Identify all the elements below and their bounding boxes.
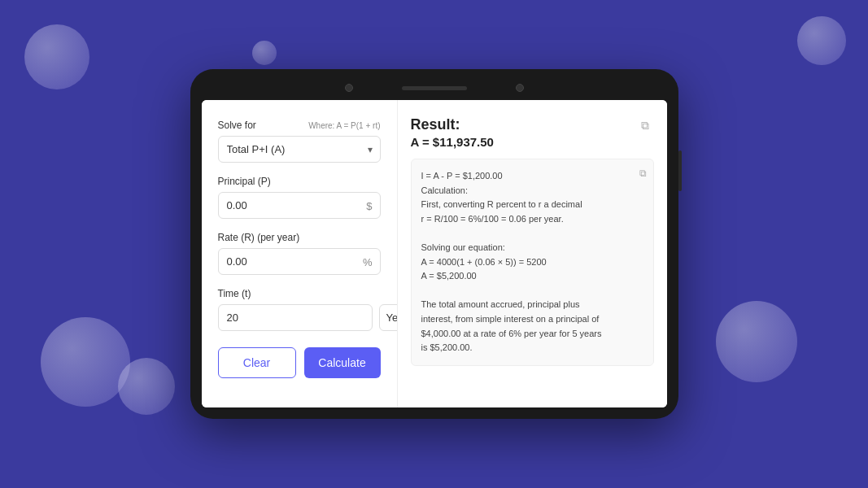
detail-line-13: is $5,200.00.: [421, 341, 643, 355]
tablet-top-bar: [202, 81, 667, 100]
bubble-1: [24, 24, 89, 89]
rate-label: Rate (R) (per year): [218, 232, 381, 243]
result-title: Result:: [411, 116, 494, 133]
result-title-group: Result: A = $11,937.50: [411, 116, 494, 149]
bubble-6: [716, 301, 797, 382]
calculator-panel: Solve for Where: A = P(1 + rt) Total P+I…: [202, 100, 397, 407]
solve-for-label: Solve for: [218, 120, 256, 131]
solve-for-header: Solve for Where: A = P(1 + rt): [218, 120, 381, 131]
detail-line-3: First, converting R percent to r a decim…: [421, 198, 643, 212]
copy-result-button[interactable]: ⧉: [636, 116, 654, 134]
time-input[interactable]: [218, 304, 373, 331]
detail-line-12: $4,000.00 at a rate of 6% per year for 5…: [421, 327, 643, 342]
bubble-3: [797, 16, 846, 65]
tablet-screen: Solve for Where: A = P(1 + rt) Total P+I…: [202, 100, 667, 407]
tablet-microphone: [516, 84, 524, 92]
tablet-camera: [345, 84, 353, 92]
result-detail-box: ⧉ I = A - P = $1,200.00 Calculation: Fir…: [411, 159, 654, 366]
bubble-4: [41, 317, 130, 407]
principal-label: Principal (P): [218, 176, 381, 187]
detail-line-4: r = R/100 = 6%/100 = 0.06 per year.: [421, 212, 643, 227]
detail-line-6: Solving our equation:: [421, 241, 643, 255]
detail-line-2: Calculation:: [421, 184, 643, 198]
tablet-frame: Solve for Where: A = P(1 + rt) Total P+I…: [190, 69, 678, 419]
detail-line-8: A = $5,200.00: [421, 269, 643, 284]
result-panel: Result: A = $11,937.50 ⧉ ⧉ I = A - P = $…: [397, 100, 667, 407]
solve-for-select[interactable]: Total P+I (A) Principal (P) Rate (R) Tim…: [218, 136, 381, 163]
bubble-5: [118, 358, 175, 415]
time-group: Time (t) Years Months Days ▾: [218, 288, 381, 331]
clear-button[interactable]: Clear: [218, 347, 296, 378]
solve-for-select-wrapper: Total P+I (A) Principal (P) Rate (R) Tim…: [218, 136, 381, 163]
tablet-speaker: [402, 86, 467, 90]
copy-detail-button[interactable]: ⧉: [639, 166, 647, 181]
time-label: Time (t): [218, 288, 381, 299]
detail-line-10: The total amount accrued, principal plus: [421, 298, 643, 312]
rate-input-wrapper: %: [218, 248, 381, 275]
solve-formula: Where: A = P(1 + rt): [308, 121, 380, 130]
principal-input-wrapper: $: [218, 192, 381, 219]
time-row: Years Months Days ▾: [218, 304, 381, 331]
detail-line-7: A = 4000(1 + (0.06 × 5)) = 5200: [421, 255, 643, 270]
rate-input[interactable]: [218, 248, 381, 275]
calculate-button[interactable]: Calculate: [304, 347, 381, 378]
detail-line-1: I = A - P = $1,200.00: [421, 169, 643, 184]
principal-group: Principal (P) $: [218, 176, 381, 219]
bubble-2: [252, 41, 277, 65]
result-main-value: A = $11,937.50: [411, 135, 494, 149]
tablet-side-handle: [678, 150, 682, 191]
principal-input[interactable]: [218, 192, 381, 219]
solve-for-group: Solve for Where: A = P(1 + rt) Total P+I…: [218, 120, 381, 163]
detail-line-11: interest, from simple interest on a prin…: [421, 312, 643, 327]
rate-group: Rate (R) (per year) %: [218, 232, 381, 275]
buttons-row: Clear Calculate: [218, 347, 381, 378]
result-header: Result: A = $11,937.50 ⧉: [411, 116, 654, 149]
